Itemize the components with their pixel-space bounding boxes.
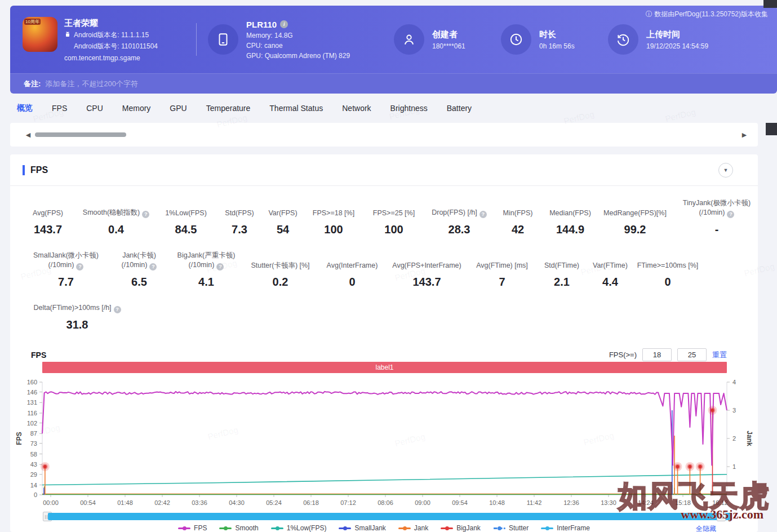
- app-section: 10周年 王者荣耀 Android版本名: 11.1.1.15 Android版…: [23, 17, 192, 62]
- range-grip-right[interactable]: |||: [717, 512, 726, 521]
- svg-text:FPS: FPS: [15, 432, 23, 445]
- tab-Thermal Status[interactable]: Thermal Status: [269, 104, 323, 113]
- help-icon[interactable]: ?: [142, 211, 149, 218]
- legend-item-Jank[interactable]: Jank: [398, 524, 428, 532]
- legend-label: 1%Low(FPS): [287, 524, 327, 532]
- legend-item-FPS[interactable]: FPS: [178, 524, 207, 532]
- svg-text:07:12: 07:12: [340, 499, 356, 506]
- svg-text:13:30: 13:30: [601, 499, 616, 506]
- stat-avg(fps): Avg(FPS)143.7: [18, 209, 78, 236]
- jank-marker: [699, 465, 702, 468]
- fps-panel: FPS ▼ Avg(FPS)143.7Smooth(稳帧指数)?0.41%Low…: [10, 154, 758, 532]
- svg-text:01:48: 01:48: [117, 499, 133, 506]
- stat-avg(ftime)-[ms]: Avg(FTime) [ms]7: [468, 261, 536, 289]
- jank-marker: [688, 465, 691, 468]
- stat-tinyjank(极微小卡顿)-(/10min): TinyJank(极微小卡顿)(/10min)?-: [672, 198, 762, 236]
- stat-fps>=25-[%]: FPS>=25 [%]100: [363, 209, 425, 236]
- help-icon[interactable]: ?: [149, 263, 157, 271]
- tab-Network[interactable]: Network: [342, 104, 371, 113]
- tab-Temperature[interactable]: Temperature: [206, 104, 251, 113]
- scroll-left-arrow[interactable]: ◀: [23, 131, 34, 139]
- range-selection-bar[interactable]: [48, 513, 731, 520]
- svg-text:00:54: 00:54: [80, 499, 96, 506]
- remark-bar[interactable]: 备注: 添加备注，不超过200个字符: [10, 73, 777, 94]
- svg-text:87: 87: [30, 430, 37, 437]
- stat-value: 7.7: [24, 276, 108, 289]
- scroll-right-arrow[interactable]: ▶: [739, 131, 750, 139]
- chart-band-label1: label1: [42, 362, 727, 373]
- tab-概览[interactable]: 概览: [17, 103, 33, 113]
- help-icon[interactable]: ?: [479, 211, 487, 218]
- hide-all-link[interactable]: 全隐藏: [696, 524, 716, 532]
- tab-Brightness[interactable]: Brightness: [390, 104, 428, 113]
- tab-FPS[interactable]: FPS: [52, 104, 67, 113]
- legend-item-1%Low(FPS)[interactable]: 1%Low(FPS): [271, 524, 327, 532]
- stat-avg(interframe): Avg(InterFrame)0: [318, 261, 386, 289]
- duration-title: 时长: [539, 29, 575, 40]
- legend-label: InterFrame: [557, 524, 590, 532]
- tab-Battery[interactable]: Battery: [447, 104, 472, 113]
- reset-link[interactable]: 重置: [712, 350, 727, 360]
- corner-block-top: [763, 0, 777, 8]
- tab-CPU[interactable]: CPU: [86, 104, 103, 113]
- legend-marker: [398, 526, 411, 530]
- stat-delta(ftime)>100ms-[/h]: Delta(FTime)>100ms [/h]?31.8: [24, 303, 131, 331]
- collector-note: ⓘ 数据由PerfDog(11.3.250752)版本收集: [646, 10, 768, 19]
- history-clock-icon: [608, 24, 638, 55]
- app-icon: 10周年: [23, 17, 57, 52]
- header-divider: [196, 23, 197, 56]
- stat-stutter(卡顿率)-[%]: Stutter(卡顿率) [%]0.2: [242, 261, 318, 289]
- android-build: Android版本号: 1101011504: [74, 42, 158, 51]
- stat-var(fps): Var(FPS)54: [261, 209, 304, 236]
- svg-text:43: 43: [30, 461, 37, 468]
- legend-label: Stutter: [509, 524, 529, 532]
- help-icon[interactable]: ?: [216, 263, 224, 271]
- remark-placeholder: 添加备注，不超过200个字符: [45, 79, 138, 89]
- svg-text:15:18: 15:18: [675, 499, 691, 506]
- stat-median(fps): Median(FPS)144.9: [542, 209, 598, 236]
- legend-item-InterFrame[interactable]: InterFrame: [541, 524, 590, 532]
- duration-section: 时长 0h 16m 56s: [501, 24, 608, 55]
- stat-value: 4.4: [587, 276, 633, 289]
- stat-value: 31.8: [24, 318, 131, 331]
- fps-threshold-input-2[interactable]: [677, 348, 707, 361]
- legend-label: Jank: [414, 524, 428, 532]
- fps-chart[interactable]: 01429435873871021161311461601234FPSJank0…: [10, 378, 758, 513]
- legend-item-Stutter[interactable]: Stutter: [493, 524, 529, 532]
- stat-value: 2.1: [536, 276, 587, 289]
- stat-var(ftime): Var(FTime)4.4: [587, 261, 633, 289]
- chart-range-row: ||| |||: [10, 512, 758, 522]
- svg-text:2: 2: [732, 435, 736, 442]
- jank-marker: [676, 465, 680, 468]
- svg-text:0: 0: [34, 491, 37, 498]
- collapse-button[interactable]: ▼: [718, 163, 733, 178]
- help-icon[interactable]: ?: [727, 211, 734, 218]
- stat-std(fps): Std(FPS)7.3: [217, 209, 261, 236]
- stats-row-3: Delta(FTime)>100ms [/h]?31.8: [10, 303, 758, 331]
- creator-value: 180****061: [432, 42, 465, 50]
- help-icon[interactable]: ?: [76, 263, 83, 271]
- svg-text:102: 102: [27, 420, 37, 427]
- tab-GPU[interactable]: GPU: [170, 104, 187, 113]
- scroll-track[interactable]: [34, 132, 739, 138]
- stat-value: 84.5: [154, 223, 217, 236]
- stats-row-2: SmallJank(微小卡顿)(/10min)?7.7Jank(卡顿)(/10m…: [10, 251, 758, 289]
- svg-text:4: 4: [732, 379, 736, 385]
- legend-item-SmallJank[interactable]: SmallJank: [339, 524, 385, 532]
- device-info-icon[interactable]: i: [280, 20, 288, 28]
- app-name: 王者荣耀: [64, 18, 158, 29]
- stat-std(ftime): Std(FTime)2.1: [536, 261, 587, 289]
- report-header: ⓘ 数据由PerfDog(11.3.250752)版本收集 10周年 王者荣耀 …: [10, 6, 777, 94]
- tab-Memory[interactable]: Memory: [122, 104, 151, 113]
- info-icon: ⓘ: [646, 10, 654, 18]
- legend-marker: [178, 526, 190, 530]
- device-section: PLR110i Memory: 14.8G CPU: canoe GPU: Qu…: [208, 20, 394, 60]
- fps-threshold-input-1[interactable]: [642, 348, 672, 361]
- scroll-thumb[interactable]: [35, 132, 126, 137]
- legend-item-BigJank[interactable]: BigJank: [441, 524, 481, 532]
- help-icon[interactable]: ?: [114, 306, 121, 313]
- legend-item-Smooth[interactable]: Smooth: [219, 524, 258, 532]
- svg-text:00:00: 00:00: [43, 499, 59, 506]
- svg-text:1: 1: [732, 463, 736, 470]
- legend-label: BigJank: [456, 524, 481, 532]
